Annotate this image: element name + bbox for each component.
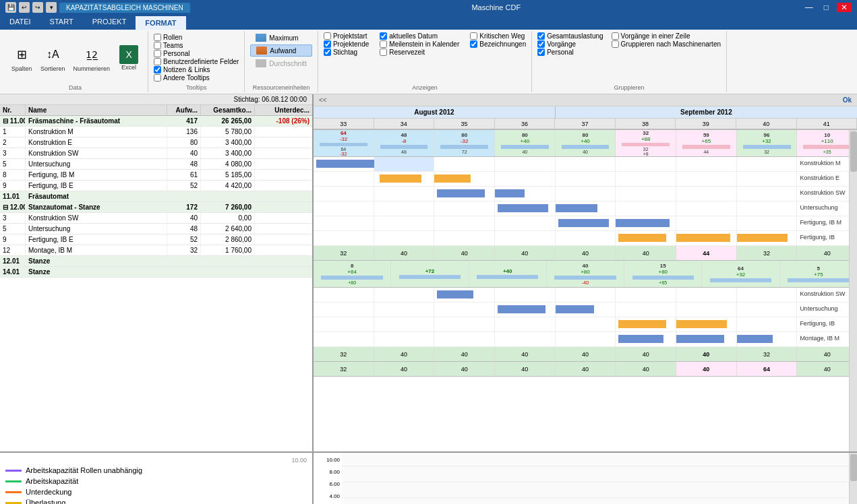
cb-vorgaenge-input[interactable]: [537, 40, 545, 48]
table-row[interactable]: 2 Konstruktion E 80 3 400,00: [0, 137, 312, 148]
spalten-button[interactable]: ⊞ Spalten: [8, 42, 35, 73]
kapazitaet-tab[interactable]: KAPAZITÄTSABGLEICH MASCHINEN: [59, 3, 190, 13]
table-row[interactable]: 1 Konstruktion M 136 5 780,00: [0, 127, 312, 137]
title-bar-left: 💾 ↩ ↪ ▾ KAPAZITÄTSABGLEICH MASCHINEN: [5, 2, 190, 13]
label-konstr-sw-1: Konstruktion SW: [800, 189, 845, 196]
tab-start[interactable]: START: [40, 15, 83, 30]
tab-format[interactable]: FORMAT: [136, 15, 185, 30]
cb-teams-input[interactable]: [154, 42, 161, 49]
save-icon[interactable]: 💾: [5, 2, 16, 13]
legend-label-4: Überlastung: [26, 499, 65, 504]
cb-projektstart-input[interactable]: [324, 32, 331, 40]
durchschnitt-button[interactable]: Durchschnitt: [250, 58, 312, 69]
cb-reservezeit-input[interactable]: [380, 49, 387, 56]
cb-personal-grp-label: Personal: [547, 49, 573, 56]
cb-projektstart-label: Projektstart: [333, 32, 367, 40]
cell-nr: 11.01: [0, 191, 26, 201]
chart-v-scrollbar[interactable]: [849, 453, 857, 504]
cb-vorgaenge-zeile-input[interactable]: [612, 32, 619, 40]
nummerieren-button[interactable]: 1̲2̲ Nummerieren: [71, 42, 113, 73]
table-row[interactable]: 11.01 Fräsautomat: [0, 191, 312, 202]
cb-vorgaenge-zeile[interactable]: Vorgänge in einer Zeile: [612, 32, 721, 40]
cb-notizen-input[interactable]: [154, 66, 161, 73]
legend-color-1: [5, 470, 22, 472]
cell-under: [255, 256, 312, 266]
cb-gesamtauslastung[interactable]: Gesamtauslastung: [537, 32, 603, 40]
sortieren-button[interactable]: ↕A Sortieren: [38, 42, 68, 73]
scrollbar-thumb[interactable]: [850, 131, 857, 172]
cb-andere[interactable]: Andere Tooltips: [154, 74, 210, 82]
cb-andere-input[interactable]: [154, 74, 161, 82]
cb-bezeichnungen[interactable]: Bezeichnungen: [470, 40, 526, 48]
table-row[interactable]: 9 Fertigung, IB E 52 4 420,00: [0, 181, 312, 191]
cb-personal-grp[interactable]: Personal: [537, 49, 603, 56]
cb-stichtag[interactable]: Stichtag: [324, 49, 369, 56]
cb-rollen-input[interactable]: [154, 34, 161, 41]
cb-teams[interactable]: Teams: [154, 42, 183, 49]
cb-benutzerdefiniert-input[interactable]: [154, 58, 161, 65]
ok-button[interactable]: Ok: [837, 96, 857, 104]
cell-under: [255, 127, 312, 137]
cb-notizen[interactable]: Notizen & Links: [154, 66, 210, 73]
cb-gesamtauslastung-input[interactable]: [537, 32, 545, 40]
maximum-button[interactable]: Maximum: [250, 32, 312, 43]
tooltips-content: Rollen Teams Personal Benutzerdefinierte…: [154, 32, 239, 83]
cb-kritischen-weg[interactable]: Kritischen Weg: [470, 32, 526, 40]
cb-meilenstein[interactable]: Meilenstein in Kalender: [380, 40, 459, 48]
col-header-gesamt: Gesamtko...: [201, 105, 255, 115]
cb-projektende-label: Projektende: [333, 40, 369, 48]
table-row[interactable]: 12.01 Stanze: [0, 256, 312, 267]
cb-bezeichnungen-input[interactable]: [470, 40, 477, 48]
ribbon-group-anzeigen: Projektstart Projektende Stichtag: [318, 31, 532, 92]
table-row[interactable]: 8 Fertigung, IB M 61 5 185,00: [0, 170, 312, 181]
table-row[interactable]: 5 Untersuchung 48 4 080,00: [0, 159, 312, 170]
more-icon[interactable]: ▾: [46, 2, 57, 13]
cb-grupp-maschinen[interactable]: Gruppieren nach Maschinenarten: [612, 40, 721, 48]
label-konstr-e: Konstruktion E: [800, 175, 839, 181]
cell-under: [255, 267, 312, 277]
table-row[interactable]: 14.01 Stanze: [0, 267, 312, 278]
cb-personal-grp-input[interactable]: [537, 49, 545, 56]
table-row[interactable]: ⊟ 12.001 Stanzautomat - Stanze 172 7 260…: [0, 202, 312, 213]
chart-v-thumb[interactable]: [850, 454, 857, 481]
cb-personal-input[interactable]: [154, 50, 161, 57]
aufwand-button[interactable]: Aufwand: [250, 44, 312, 57]
cb-benutzerdefiniert[interactable]: Benutzerdefinierte Felder: [154, 58, 239, 65]
cb-aktuelles-datum-input[interactable]: [380, 32, 387, 40]
table-row[interactable]: 9 Fertigung, IB E 52 2 860,00: [0, 234, 312, 245]
y-label-4: 4.00: [314, 491, 342, 503]
undo-icon[interactable]: ↩: [19, 2, 30, 13]
cb-projektende[interactable]: Projektende: [324, 40, 369, 48]
table-row[interactable]: ⊟ 11.001 Fräsmaschine - Fräsautomat 417 …: [0, 116, 312, 127]
close-btn[interactable]: ✕: [837, 3, 852, 12]
tab-projekt[interactable]: PROJEKT: [83, 15, 136, 30]
cb-grupp-maschinen-input[interactable]: [612, 40, 619, 48]
cell-under: [255, 159, 312, 169]
table-row[interactable]: 3 Konstruktion SW 40 0,00: [0, 213, 312, 224]
cb-aktuelles-datum[interactable]: aktuelles Datum: [380, 32, 459, 40]
label-fertigung-ibm: Fertigung, IB M: [800, 219, 841, 226]
excel-button[interactable]: X Excel: [115, 44, 142, 72]
table-row[interactable]: 3 Konstruktion SW 40 3 400,00: [0, 148, 312, 159]
cb-meilenstein-input[interactable]: [380, 40, 387, 48]
tab-datei[interactable]: DATEI: [0, 15, 40, 30]
table-row[interactable]: 12 Montage, IB M 32 1 760,00: [0, 245, 312, 256]
vertical-scrollbar[interactable]: [849, 130, 857, 451]
cb-kritischen-weg-input[interactable]: [470, 32, 477, 40]
cell-name: Fräsautomat: [26, 191, 167, 201]
cb-rollen[interactable]: Rollen: [154, 34, 182, 41]
nav-prev-icon[interactable]: <<: [314, 96, 332, 104]
cb-projektende-input[interactable]: [324, 40, 331, 48]
redo-icon[interactable]: ↪: [32, 2, 43, 13]
cb-reservezeit[interactable]: Reservezeit: [380, 49, 459, 56]
cb-stichtag-input[interactable]: [324, 49, 331, 56]
minimize-btn[interactable]: —: [802, 3, 816, 12]
cb-vorgaenge-label: Vorgänge: [547, 40, 576, 48]
table-row[interactable]: 5 Untersuchung 48 2 640,00: [0, 224, 312, 234]
cb-vorgaenge[interactable]: Vorgänge: [537, 40, 603, 48]
col-header-aufwand: Aufw...: [167, 105, 201, 115]
maximize-btn[interactable]: □: [821, 3, 831, 12]
cb-projektstart[interactable]: Projektstart: [324, 32, 369, 40]
cell-aufwand: 40: [167, 148, 201, 158]
cb-personal[interactable]: Personal: [154, 50, 189, 57]
